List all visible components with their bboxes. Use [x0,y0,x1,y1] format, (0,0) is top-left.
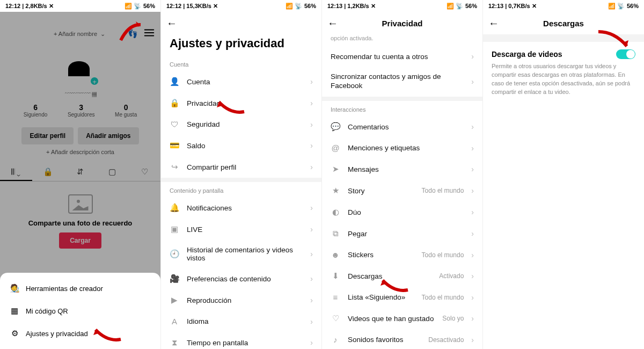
section-content: Contenido y pantalla [161,182,321,197]
row-label: Descargas [348,272,431,280]
row-label: Privacidad [187,99,303,107]
row-icon: ⧉ [331,229,340,238]
row-video-downloads[interactable]: Descarga de videos [483,42,644,62]
row-label: Comentarios [348,123,464,131]
settings-content-row-4[interactable]: ▶Reproducción› [161,289,321,311]
row-icon: 🎥 [170,274,179,283]
row-label: Menciones y etiquetas [348,144,464,152]
row-label: Mensajes [348,165,464,173]
back-button[interactable]: ← [166,17,177,30]
row-label: Lista «Siguiendo» [348,293,414,301]
privacy-row-5[interactable]: ⧉Pegar› [322,223,482,244]
chevron-right-icon: › [471,293,474,302]
row-value: Todo el mundo [422,251,464,259]
settings-content-row-2[interactable]: 🕘Historial de comentarios y videos visto… [161,240,321,268]
privacy-row-6[interactable]: ☻StickersTodo el mundo› [322,244,482,265]
status-bar: 12:13 | 1,2KB/s ✕ 📶 📡 56% [322,0,482,12]
row-recommend-account[interactable]: Recomendar tu cuenta a otros› [322,46,482,67]
privacy-row-1[interactable]: @Menciones y etiquetas› [322,137,482,158]
status-bar: 12:12 | 15,3KB/s ✕ 📶 📡 56% [161,0,321,12]
row-label: Seguridad [187,120,303,128]
row-icon: ▣ [170,224,179,234]
row-icon: ☻ [331,250,340,259]
settings-account-row-0[interactable]: 👤Cuenta› [161,71,321,92]
toggle-description: Permite a otros usuarios descargar tus v… [483,62,644,97]
chevron-right-icon: › [310,163,313,171]
row-icon: 💬 [331,122,340,132]
row-label: Stickers [348,251,414,259]
panel-downloads: 12:13 | 0,7KB/s ✕ 📶 📡 56% ← Descargas De… [483,0,644,349]
settings-account-row-4[interactable]: ↪Compartir perfil› [161,156,321,178]
page-title: Privacidad [322,19,482,28]
settings-content-row-0[interactable]: 🔔Notificaciones› [161,197,321,219]
row-icon: ♪ [331,335,340,344]
chevron-right-icon: › [471,186,474,195]
hint-text: opción activada. [322,34,482,46]
status-bar: 12:13 | 0,7KB/s ✕ 📶 📡 56% [483,0,644,12]
chevron-right-icon: › [471,314,474,323]
page-title: Descargas [483,19,644,28]
chevron-right-icon: › [471,77,474,86]
row-label: Cuenta [187,78,303,86]
chevron-right-icon: › [471,272,474,280]
row-value: Todo el mundo [422,294,464,301]
panel-settings: 12:12 | 15,3KB/s ✕ 📶 📡 56% ← Ajustes y p… [161,0,322,349]
chevron-right-icon: › [471,52,474,61]
row-icon: ⧗ [170,338,179,347]
row-icon: @ [331,143,340,152]
chevron-right-icon: › [471,251,474,259]
settings-content-row-6[interactable]: ⧗Tiempo en pantalla› [161,332,321,349]
privacy-row-10[interactable]: ♪Sonidos favoritosDesactivado› [322,329,482,349]
chevron-right-icon: › [310,120,313,129]
toggle-switch[interactable] [616,49,635,59]
row-label: Dúo [348,208,464,216]
row-value: Activado [439,272,464,280]
chevron-right-icon: › [310,203,313,212]
back-button[interactable]: ← [327,17,338,30]
panel-profile: 12:12 | 2,8KB/s ✕ 📶 📡 56% + Añadir nombr… [0,0,161,349]
row-label: Notificaciones [187,204,303,212]
privacy-row-8[interactable]: ≡Lista «Siguiendo»Todo el mundo› [322,287,482,308]
settings-account-row-2[interactable]: 🛡Seguridad› [161,114,321,135]
settings-account-row-3[interactable]: 💳Saldo› [161,135,321,156]
person-plus-icon: 🧑‍🎨 [10,283,19,293]
settings-content-row-1[interactable]: ▣LIVE› [161,219,321,240]
privacy-row-2[interactable]: ➤Mensajes› [322,158,482,180]
privacy-row-4[interactable]: ◐Dúo› [322,201,482,223]
chevron-right-icon: › [471,208,474,216]
settings-account-row-1[interactable]: 🔒Privacidad› [161,92,321,114]
sheet-qr-code[interactable]: ▦Mi código QR [0,300,160,322]
row-value: Desactivado [428,336,464,344]
row-icon: ★ [331,186,340,195]
row-label: LIVE [187,226,303,234]
row-label: Reproducción [187,296,303,304]
row-icon: 👤 [170,77,179,86]
settings-content-row-5[interactable]: AIdioma› [161,311,321,332]
row-value: Todo el mundo [422,187,464,194]
privacy-row-7[interactable]: ⬇DescargasActivado› [322,265,482,287]
sheet-creator-tools[interactable]: 🧑‍🎨Herramientas de creador [0,277,160,300]
back-button[interactable]: ← [488,17,499,30]
bottom-sheet: 🧑‍🎨Herramientas de creador ▦Mi código QR… [0,273,160,349]
sheet-settings[interactable]: ⚙Ajustes y privacidad [0,322,160,345]
panel-privacy: 12:13 | 1,2KB/s ✕ 📶 📡 56% ← Privacidad o… [322,0,483,349]
settings-content-row-3[interactable]: 🎥Preferencias de contenido› [161,268,321,289]
row-icon: ⬇ [331,271,340,281]
row-icon: 🔔 [170,203,179,213]
row-icon: 💳 [170,141,179,150]
privacy-row-0[interactable]: 💬Comentarios› [322,116,482,137]
row-label: Videos que te han gustado [348,315,435,323]
row-label: Story [348,187,414,195]
row-icon: ≡ [331,293,340,302]
privacy-row-3[interactable]: ★StoryTodo el mundo› [322,180,482,201]
chevron-right-icon: › [310,225,313,234]
privacy-row-9[interactable]: ♡Videos que te han gustadoSolo yo› [322,308,482,329]
section-account: Cuenta [161,56,321,71]
gear-icon: ⚙ [10,329,19,338]
row-icon: 🔒 [170,98,179,108]
row-label: Compartir perfil [187,163,303,171]
row-label: Historial de comentarios y videos vistos [187,246,303,262]
row-sync-contacts[interactable]: Sincronizar contactos y amigos de Facebo… [322,67,482,97]
chevron-right-icon: › [310,317,313,326]
chevron-right-icon: › [310,250,313,258]
